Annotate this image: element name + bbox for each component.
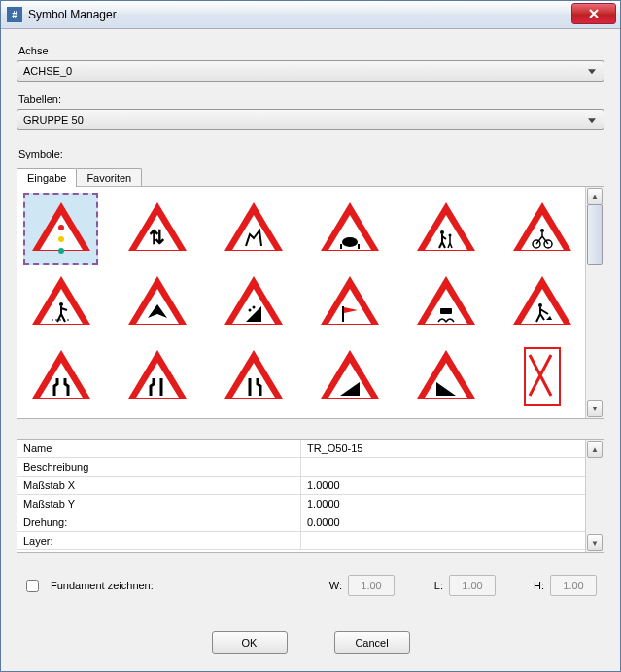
prop-label: Name [17, 440, 301, 458]
warning-sign-icon [224, 350, 283, 403]
h-label: H: [529, 580, 544, 591]
svg-rect-2 [358, 244, 360, 249]
symbol-falling-rocks[interactable] [216, 266, 291, 338]
symbol-manager-dialog: # Symbol Manager Achse ACHSE_0 Tabellen:… [0, 0, 621, 672]
properties-panel: NameTR_O50-15BeschreibungMaßstab X1.0000… [17, 439, 604, 553]
prop-value[interactable]: 1.0000 [301, 495, 585, 513]
symbol-steep-down[interactable] [408, 340, 483, 412]
scroll-up-icon[interactable]: ▲ [587, 188, 603, 205]
cancel-button[interactable]: Cancel [334, 631, 410, 654]
warning-sign-icon [513, 202, 571, 255]
symbol-grid-container: ⇅ ▲ ▼ [17, 186, 604, 419]
prop-label: Maßstab X [17, 477, 301, 495]
tabellen-label: Tabellen: [18, 93, 604, 105]
warning-sign-icon [321, 350, 379, 403]
symbol-two-way[interactable]: ⇅ [120, 193, 194, 265]
symbol-scrollbar[interactable]: ▲ ▼ [585, 187, 604, 418]
dialog-buttons: OK Cancel [17, 631, 604, 654]
svg-point-0 [342, 237, 358, 247]
symbol-narrow-right[interactable] [216, 340, 291, 412]
warning-sign-icon [321, 276, 379, 329]
symbol-narrow-left[interactable] [120, 340, 194, 412]
svg-point-10 [252, 306, 255, 309]
prop-label: Layer: [17, 532, 301, 550]
prop-label: Maßstab Y [17, 495, 301, 513]
symbol-narrow-both[interactable] [23, 340, 98, 412]
foundation-row: Fundament zeichnen: W: L: H: [17, 575, 604, 596]
svg-rect-1 [340, 244, 342, 249]
svg-rect-12 [440, 308, 452, 314]
prop-value[interactable]: TR_O50-15 [301, 440, 585, 458]
app-icon: # [7, 7, 22, 22]
achse-combo[interactable]: ACHSE_0 [17, 60, 604, 82]
h-input [550, 575, 597, 596]
dialog-body: Achse ACHSE_0 Tabellen: GRUPPE 50 Symbol… [1, 29, 620, 671]
symbol-skid[interactable] [408, 266, 483, 338]
prop-scroll-up-icon[interactable]: ▲ [587, 441, 603, 458]
tabellen-combo[interactable]: GRUPPE 50 [17, 109, 604, 130]
warning-sign-icon [32, 350, 90, 403]
symbol-crosswalk[interactable] [23, 266, 98, 338]
prop-value[interactable] [301, 532, 585, 550]
warning-sign-icon [321, 202, 379, 255]
prop-label: Drehung: [17, 513, 301, 532]
scroll-thumb[interactable] [587, 204, 603, 265]
tab-favoriten[interactable]: Favoriten [76, 168, 142, 187]
warning-sign-icon [32, 202, 90, 255]
symbol-deer[interactable] [216, 193, 291, 265]
achse-value: ACHSE_0 [23, 65, 72, 77]
crossing-sign-icon [524, 347, 561, 406]
svg-point-8 [59, 302, 63, 306]
symbol-wind[interactable] [312, 266, 387, 338]
prop-label: Beschreibung [17, 458, 301, 477]
warning-sign-icon [128, 276, 187, 329]
ok-button[interactable]: OK [212, 631, 288, 654]
prop-value[interactable]: 0.0000 [301, 513, 585, 532]
svg-point-3 [440, 230, 444, 234]
symbol-steep-up[interactable] [312, 340, 387, 412]
l-input [449, 575, 496, 596]
warning-sign-icon: ⇅ [128, 202, 187, 255]
title-bar: # Symbol Manager [1, 1, 620, 29]
w-label: W: [327, 580, 342, 591]
warning-sign-icon [417, 202, 475, 255]
symbol-traffic-light[interactable] [23, 193, 98, 265]
symbol-aircraft[interactable] [120, 266, 194, 338]
prop-value[interactable]: 1.0000 [301, 477, 585, 495]
achse-label: Achse [18, 45, 604, 56]
properties-scrollbar[interactable]: ▲ ▼ [585, 440, 604, 552]
warning-sign-icon [224, 276, 283, 329]
scroll-down-icon[interactable]: ▼ [587, 400, 603, 417]
foundation-label: Fundament zeichnen: [51, 580, 154, 591]
l-label: L: [428, 580, 443, 591]
symbol-pedestrians[interactable] [408, 193, 483, 265]
warning-sign-icon [224, 202, 283, 255]
symbol-grid: ⇅ [17, 187, 585, 418]
w-input [348, 575, 395, 596]
symbol-tabs: Eingabe Favoriten [17, 167, 604, 186]
foundation-checkbox[interactable] [26, 580, 39, 592]
warning-sign-icon [32, 276, 90, 329]
close-icon [589, 9, 599, 18]
symbol-cyclist[interactable] [504, 193, 579, 265]
properties-table: NameTR_O50-15BeschreibungMaßstab X1.0000… [17, 440, 585, 552]
tab-eingabe[interactable]: Eingabe [17, 168, 77, 187]
warning-sign-icon [513, 276, 571, 329]
window-title: Symbol Manager [28, 8, 117, 21]
symbol-crossing-x[interactable] [504, 340, 579, 412]
svg-point-7 [540, 229, 544, 232]
prop-value[interactable] [301, 458, 585, 477]
svg-rect-11 [342, 306, 344, 322]
prop-scroll-down-icon[interactable]: ▼ [587, 534, 603, 551]
tabellen-value: GRUPPE 50 [23, 114, 84, 125]
svg-point-9 [248, 309, 251, 312]
symbol-roadworks[interactable] [504, 266, 579, 338]
close-button[interactable] [571, 3, 616, 24]
symbole-label: Symbole: [18, 148, 604, 159]
svg-point-13 [538, 303, 542, 307]
warning-sign-icon [417, 276, 475, 329]
symbol-cattle[interactable] [312, 193, 387, 265]
warning-sign-icon [417, 350, 475, 403]
warning-sign-icon [128, 350, 187, 403]
